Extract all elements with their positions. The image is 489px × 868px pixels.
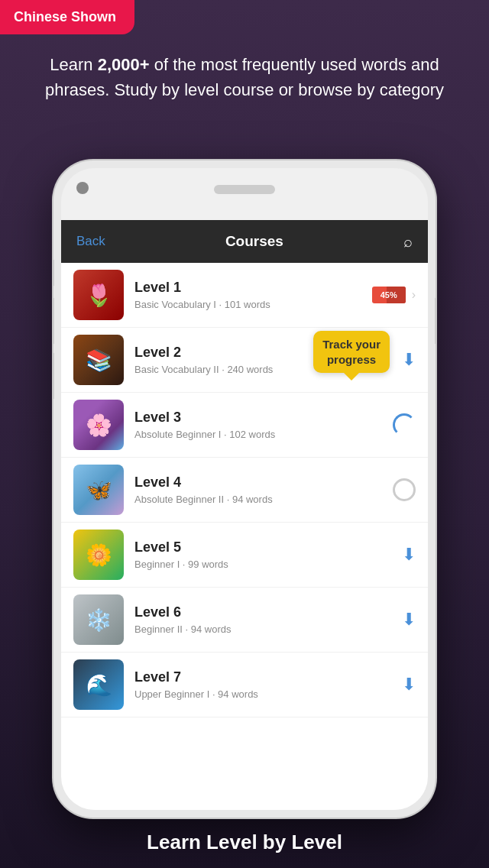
level1-progress-bar: 45% xyxy=(372,287,406,303)
course-item-level4[interactable]: 🦋 Level 4 Absolute Beginner II · 94 word… xyxy=(61,458,428,523)
level4-info: Level 4 Absolute Beginner II · 94 words xyxy=(134,474,393,505)
level3-info: Level 3 Absolute Beginner I · 102 words xyxy=(134,410,393,440)
level4-thumbnail: 🦋 xyxy=(73,465,124,515)
level1-info: Level 1 Basic Vocabulary I · 101 words xyxy=(134,280,372,310)
badge-label: Chinese Shown xyxy=(14,9,116,24)
level7-thumbnail: 🌊 xyxy=(73,659,124,710)
phone-mockup: Back Courses ⌕ 🌷 Level 1 Basic Vocabular… xyxy=(53,160,436,818)
level5-action: ⬇ xyxy=(402,545,416,565)
level3-action xyxy=(393,413,416,436)
phone-mute-button xyxy=(53,260,54,286)
search-icon[interactable]: ⌕ xyxy=(403,233,413,251)
nav-title: Courses xyxy=(225,233,283,250)
back-button[interactable]: Back xyxy=(76,234,105,249)
level4-name: Level 4 xyxy=(134,474,393,491)
level5-thumbnail: 🌼 xyxy=(73,530,124,580)
course-item-level5[interactable]: 🌼 Level 5 Beginner I · 99 words ⬇ xyxy=(61,523,428,588)
level1-thumb-icon: 🌷 xyxy=(73,270,124,320)
level4-progress-circle-icon xyxy=(393,478,416,501)
header-description: Learn 2,000+ of the most frequently used… xyxy=(0,52,489,102)
word-count-highlight: 2,000+ xyxy=(98,55,150,74)
language-badge[interactable]: Chinese Shown xyxy=(0,0,134,34)
level5-name: Level 5 xyxy=(134,539,402,555)
phone-volume-down-button xyxy=(53,353,54,399)
footer-tagline: Learn Level by Level xyxy=(0,831,489,854)
navigation-bar: Back Courses ⌕ xyxy=(61,220,428,263)
level1-name: Level 1 xyxy=(134,280,372,296)
level5-thumb-icon: 🌼 xyxy=(73,530,124,580)
course-item-level2[interactable]: 📚 Level 2 Basic Vocabulary II · 240 word… xyxy=(61,328,428,393)
level6-download-icon[interactable]: ⬇ xyxy=(402,610,416,630)
level1-thumbnail: 🌷 xyxy=(73,270,124,320)
level6-thumbnail: ❄️ xyxy=(73,594,124,645)
course-item-level3[interactable]: 🌸 Level 3 Absolute Beginner I · 102 word… xyxy=(61,393,428,458)
level4-action xyxy=(393,478,416,501)
level1-progress-percent: 45% xyxy=(381,290,397,300)
phone-volume-up-button xyxy=(53,298,54,344)
level1-progress-container: 45% xyxy=(372,287,406,303)
level5-sub: Beginner I · 99 words xyxy=(134,559,402,570)
phone-camera xyxy=(76,182,89,194)
level6-sub: Beginner II · 94 words xyxy=(134,623,402,635)
level2-action: ⬇ xyxy=(402,350,416,370)
level4-sub: Absolute Beginner II · 94 words xyxy=(134,494,393,505)
level5-info: Level 5 Beginner I · 99 words xyxy=(134,539,402,570)
level3-thumb-icon: 🌸 xyxy=(73,400,124,450)
level7-name: Level 7 xyxy=(134,669,402,685)
level1-chevron-icon: › xyxy=(412,288,416,302)
level2-download-icon[interactable]: ⬇ xyxy=(402,350,416,370)
level4-thumb-icon: 🦋 xyxy=(73,465,124,515)
level5-download-icon[interactable]: ⬇ xyxy=(402,545,416,565)
level1-sub: Basic Vocabulary I · 101 words xyxy=(134,299,372,310)
level6-thumb-icon: ❄️ xyxy=(73,594,124,645)
level2-thumb-icon: 📚 xyxy=(73,335,124,385)
track-progress-tooltip: Track yourprogress xyxy=(313,331,390,373)
level1-action: 45% › xyxy=(372,287,416,303)
level6-name: Level 6 xyxy=(134,604,402,620)
course-item-level7[interactable]: 🌊 Level 7 Upper Beginner I · 94 words ⬇ xyxy=(61,653,428,717)
phone-power-button xyxy=(435,298,436,344)
course-item-level6[interactable]: ❄️ Level 6 Beginner II · 94 words ⬇ xyxy=(61,588,428,653)
phone-speaker xyxy=(214,185,275,194)
level2-thumbnail: 📚 xyxy=(73,335,124,385)
level3-name: Level 3 xyxy=(134,410,393,426)
phone-screen: Back Courses ⌕ 🌷 Level 1 Basic Vocabular… xyxy=(61,220,428,810)
level7-download-icon[interactable]: ⬇ xyxy=(402,675,416,695)
level7-info: Level 7 Upper Beginner I · 94 words xyxy=(134,669,402,700)
level6-info: Level 6 Beginner II · 94 words xyxy=(134,604,402,635)
course-item-level1[interactable]: 🌷 Level 1 Basic Vocabulary I · 101 words… xyxy=(61,263,428,328)
level3-progress-circle-icon xyxy=(393,413,416,436)
phone-inner: Back Courses ⌕ 🌷 Level 1 Basic Vocabular… xyxy=(61,168,428,810)
level3-sub: Absolute Beginner I · 102 words xyxy=(134,429,393,440)
level3-thumbnail: 🌸 xyxy=(73,400,124,450)
level7-action: ⬇ xyxy=(402,675,416,695)
level7-thumb-icon: 🌊 xyxy=(73,659,124,710)
level6-action: ⬇ xyxy=(402,610,416,630)
course-list: 🌷 Level 1 Basic Vocabulary I · 101 words… xyxy=(61,263,428,717)
level7-sub: Upper Beginner I · 94 words xyxy=(134,688,402,700)
